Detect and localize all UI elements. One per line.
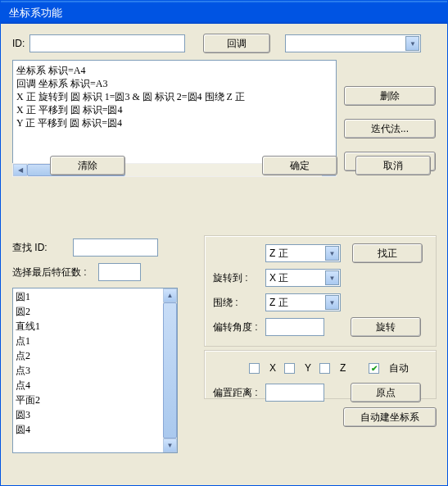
script-area[interactable]: 坐标系 标识=A4 回调 坐标系 标识=A3 X 正 旋转到 圆 标识 1=圆3… bbox=[12, 60, 337, 163]
chevron-down-icon: ▼ bbox=[325, 270, 339, 285]
dialog-body: ID: 回调 ▼ 坐标系 标识=A4 回调 坐标系 标识=A3 X 正 旋转到 … bbox=[1, 24, 447, 187]
ok-button[interactable]: 确定 bbox=[262, 156, 337, 175]
delete-button[interactable]: 删除 bbox=[344, 86, 436, 106]
iterate-button[interactable]: 迭代法... bbox=[344, 119, 436, 139]
offset-panel: X Y Z ✔自动 偏置距离 : 原点 bbox=[204, 350, 437, 399]
script-line: X 正 旋转到 圆 标识 1=圆3 & 圆 标识 2=圆4 围绕 Z 正 bbox=[16, 90, 333, 103]
scroll-down-icon[interactable]: ▼ bbox=[163, 438, 177, 452]
align-button[interactable]: 找正 bbox=[352, 243, 423, 263]
window-title: 坐标系功能 bbox=[9, 7, 62, 19]
y-label: Y bbox=[305, 362, 311, 374]
offset-label: 偏置距离 : bbox=[213, 386, 265, 400]
x-label: X bbox=[269, 362, 276, 374]
auto-checkbox[interactable]: ✔ bbox=[369, 363, 379, 374]
select-last-label: 选择最后特征数 : bbox=[12, 266, 87, 279]
clear-button[interactable]: 清除 bbox=[50, 156, 125, 175]
list-item[interactable]: 点3 bbox=[16, 363, 161, 378]
find-id-label: 查找 ID: bbox=[12, 241, 61, 255]
select-last-input[interactable] bbox=[98, 263, 141, 281]
v-scrollbar[interactable]: ▲ ▼ bbox=[163, 288, 177, 452]
bottom-buttons: 清除 确定 取消 bbox=[1, 156, 447, 175]
align-combo-value: Z 正 bbox=[266, 247, 324, 261]
chevron-down-icon: ▼ bbox=[325, 295, 339, 310]
list-item[interactable]: 点2 bbox=[16, 348, 161, 363]
cancel-button[interactable]: 取消 bbox=[355, 156, 431, 175]
recall-button[interactable]: 回调 bbox=[203, 34, 270, 53]
id-input[interactable] bbox=[29, 34, 185, 52]
id-row: ID: 回调 ▼ bbox=[12, 34, 436, 53]
z-checkbox[interactable] bbox=[319, 363, 330, 374]
x-checkbox[interactable] bbox=[249, 363, 260, 374]
list-item[interactable]: 圆3 bbox=[16, 407, 161, 422]
id-label: ID: bbox=[12, 38, 25, 49]
find-id-input[interactable] bbox=[73, 238, 158, 257]
rotate-panel: Z 正 ▼ 找正 旋转到 : X 正 ▼ 围绕 : Z 正 ▼ bbox=[204, 235, 437, 347]
auto-label: 自动 bbox=[389, 361, 409, 375]
list-item[interactable]: 点4 bbox=[16, 378, 161, 393]
rotate-to-combo[interactable]: X 正 ▼ bbox=[265, 269, 341, 287]
title-bar[interactable]: 坐标系功能 bbox=[1, 1, 447, 24]
feature-listbox[interactable]: 圆1 圆2 直线1 点1 点2 点3 点4 平面2 圆3 圆4 ▲ ▼ bbox=[12, 288, 178, 453]
list-item[interactable]: 平面2 bbox=[16, 393, 161, 407]
y-checkbox[interactable] bbox=[284, 363, 295, 374]
script-line: Y 正 平移到 圆 标识=圆4 bbox=[16, 116, 333, 129]
angle-label: 偏转角度 : bbox=[213, 320, 265, 334]
offset-input[interactable] bbox=[265, 384, 324, 402]
script-line: 回调 坐标系 标识=A3 bbox=[16, 77, 333, 90]
find-section: 查找 ID: 选择最后特征数 : 圆1 圆2 直线1 点1 点2 点3 点4 平… bbox=[12, 238, 189, 453]
rotate-to-label: 旋转到 : bbox=[213, 271, 265, 285]
list-item[interactable]: 点1 bbox=[16, 334, 161, 348]
chevron-down-icon: ▼ bbox=[325, 246, 339, 261]
coordinate-system-dialog: 坐标系功能 ID: 回调 ▼ 坐标系 标识=A4 回调 坐标系 标识=A3 X … bbox=[0, 0, 448, 486]
around-label: 围绕 : bbox=[213, 296, 265, 310]
align-combo[interactable]: Z 正 ▼ bbox=[265, 244, 341, 262]
origin-button[interactable]: 原点 bbox=[351, 383, 421, 402]
angle-input[interactable] bbox=[265, 318, 324, 336]
script-line: 坐标系 标识=A4 bbox=[16, 64, 333, 77]
coord-combo[interactable]: ▼ bbox=[285, 34, 421, 52]
around-value: Z 正 bbox=[266, 296, 324, 310]
list-item[interactable]: 圆4 bbox=[16, 422, 161, 437]
list-item[interactable]: 圆2 bbox=[16, 304, 161, 319]
chevron-down-icon: ▼ bbox=[405, 36, 419, 51]
list-item[interactable]: 直线1 bbox=[16, 319, 161, 334]
auto-build-button[interactable]: 自动建坐标系 bbox=[343, 407, 437, 427]
rotate-to-value: X 正 bbox=[266, 271, 324, 285]
z-label: Z bbox=[340, 362, 346, 374]
rotate-button[interactable]: 旋转 bbox=[351, 317, 421, 337]
scroll-up-icon[interactable]: ▲ bbox=[163, 288, 177, 302]
around-combo[interactable]: Z 正 ▼ bbox=[265, 293, 341, 311]
script-line: X 正 平移到 圆 标识=圆4 bbox=[16, 103, 333, 116]
list-item[interactable]: 圆1 bbox=[16, 289, 161, 304]
scroll-thumb[interactable] bbox=[163, 302, 177, 438]
